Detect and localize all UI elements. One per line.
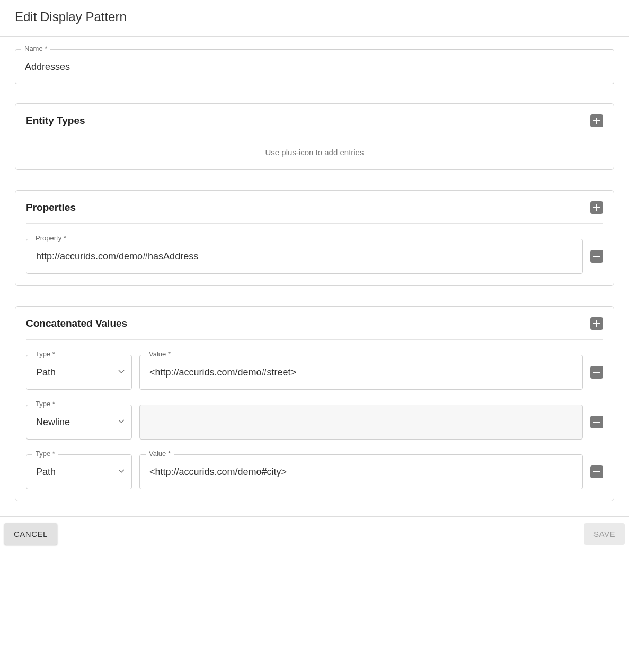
type-select-wrap: Type * Newline (26, 405, 132, 440)
type-select[interactable]: Path (26, 355, 132, 390)
value-input-disabled (139, 405, 583, 440)
properties-head: Properties (26, 201, 603, 224)
svg-rect-2 (593, 422, 600, 423)
type-select-wrap: Type * Path (26, 454, 132, 489)
concat-row: Type * Path Value * (26, 454, 603, 489)
form-content: Name * Entity Types Use plus-icon to add… (0, 37, 629, 516)
concat-head: Concatenated Values (26, 317, 603, 340)
dialog-footer: CANCEL SAVE (0, 516, 629, 551)
save-button[interactable]: SAVE (584, 523, 625, 545)
type-select-wrap: Type * Path (26, 355, 132, 390)
properties-title: Properties (26, 202, 76, 213)
entity-types-card: Entity Types Use plus-icon to add entrie… (15, 103, 614, 170)
chevron-down-icon (118, 467, 125, 477)
value-label: Value * (146, 350, 174, 358)
name-input[interactable] (15, 49, 614, 84)
svg-rect-1 (593, 372, 600, 373)
property-input[interactable] (26, 239, 583, 274)
type-label: Type * (32, 450, 58, 458)
type-select[interactable]: Newline (26, 405, 132, 440)
property-field-wrap: Property * (26, 239, 583, 274)
chevron-down-icon (118, 368, 125, 377)
value-field-wrap: Value * (139, 454, 583, 489)
type-value: Path (36, 467, 56, 478)
type-label: Type * (32, 350, 58, 358)
property-label: Property * (32, 234, 69, 242)
svg-rect-3 (593, 471, 600, 472)
value-field-wrap: Value * (139, 355, 583, 390)
name-label: Name * (21, 44, 50, 52)
plus-icon (592, 203, 601, 212)
entity-types-head: Entity Types (26, 114, 603, 137)
remove-property-button[interactable] (590, 250, 603, 263)
plus-icon (592, 319, 601, 328)
entity-types-empty-hint: Use plus-icon to add entries (26, 137, 603, 158)
type-value: Newline (36, 417, 70, 428)
name-field-wrap: Name * (15, 49, 614, 84)
concat-row: Type * Newline (26, 405, 603, 440)
minus-icon (592, 468, 601, 476)
type-label: Type * (32, 400, 58, 408)
value-input[interactable] (139, 355, 583, 390)
type-value: Path (36, 367, 56, 378)
plus-icon (592, 117, 601, 125)
add-entity-type-button[interactable] (590, 114, 603, 127)
value-input[interactable] (139, 454, 583, 489)
minus-icon (592, 252, 601, 261)
minus-icon (592, 418, 601, 426)
add-concat-button[interactable] (590, 317, 603, 330)
entity-types-title: Entity Types (26, 115, 85, 127)
add-property-button[interactable] (590, 201, 603, 214)
property-row: Property * (26, 239, 603, 274)
value-field-wrap (139, 405, 583, 440)
value-label: Value * (146, 450, 174, 458)
svg-rect-0 (593, 256, 600, 257)
remove-concat-button[interactable] (590, 366, 603, 379)
concat-card: Concatenated Values Type * Path Value * (15, 306, 614, 501)
concat-row: Type * Path Value * (26, 355, 603, 390)
minus-icon (592, 368, 601, 377)
remove-concat-button[interactable] (590, 416, 603, 428)
concat-title: Concatenated Values (26, 318, 127, 329)
remove-concat-button[interactable] (590, 465, 603, 478)
chevron-down-icon (118, 417, 125, 427)
properties-card: Properties Property * (15, 190, 614, 286)
dialog-header: Edit Display Pattern (0, 0, 629, 37)
cancel-button[interactable]: CANCEL (4, 523, 57, 545)
page-title: Edit Display Pattern (15, 10, 614, 24)
type-select[interactable]: Path (26, 454, 132, 489)
